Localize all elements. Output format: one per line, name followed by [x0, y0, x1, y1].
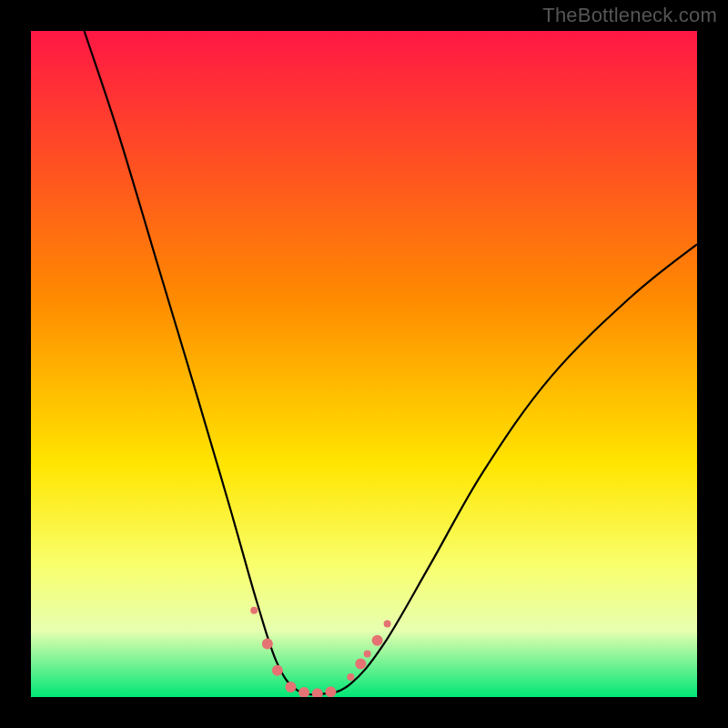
chart-svg	[31, 31, 697, 697]
data-marker	[285, 682, 296, 693]
data-marker	[364, 650, 371, 657]
data-marker	[325, 686, 336, 697]
data-marker	[250, 607, 258, 614]
data-marker	[272, 665, 283, 676]
data-marker	[384, 620, 391, 627]
data-marker	[372, 635, 383, 646]
gradient-background	[31, 31, 697, 697]
data-marker	[355, 658, 366, 669]
watermark-text: TheBottleneck.com	[542, 4, 717, 27]
data-marker	[262, 638, 273, 649]
chart-container: TheBottleneck.com	[0, 0, 728, 728]
plot-area	[31, 31, 697, 697]
data-marker	[347, 673, 354, 681]
